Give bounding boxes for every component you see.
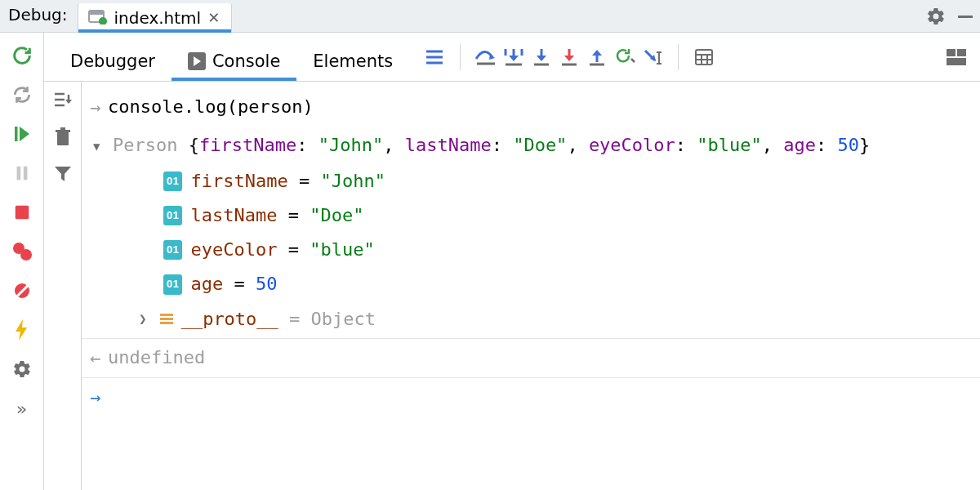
settings-icon[interactable] — [9, 356, 35, 382]
svg-point-2 — [99, 17, 107, 24]
property-badge: 01 — [163, 240, 182, 260]
filter-icon[interactable] — [53, 165, 73, 183]
more-icon[interactable]: » — [9, 395, 35, 421]
console-return-value: undefined — [108, 344, 967, 372]
svg-rect-42 — [56, 130, 70, 132]
tab-debugger[interactable]: Debugger — [54, 38, 172, 81]
svg-rect-5 — [16, 167, 20, 180]
property-badge: 01 — [163, 274, 182, 294]
svg-rect-36 — [957, 49, 966, 56]
step-into-icon[interactable] — [500, 43, 528, 71]
console-run-icon — [188, 52, 206, 70]
object-property[interactable]: 01lastName = "Doe" — [82, 198, 980, 233]
console-input-text[interactable]: console.log(person) — [108, 93, 967, 121]
property-badge: 01 — [163, 206, 182, 225]
mute-breakpoints-icon[interactable] — [9, 278, 35, 304]
tab-elements[interactable]: Elements — [296, 38, 409, 81]
rerun-icon[interactable] — [9, 42, 35, 69]
gear-icon[interactable] — [921, 0, 951, 32]
breakpoints-icon[interactable] — [9, 238, 35, 265]
console-input-line: → console.log(person) — [82, 88, 980, 127]
svg-rect-1 — [89, 11, 104, 15]
object-property[interactable]: 01firstName = "John" — [82, 164, 980, 198]
input-arrow-icon: → — [90, 93, 108, 122]
file-tab[interactable]: index.html ✕ — [78, 3, 233, 32]
console-mini-toolbar — [44, 82, 82, 490]
file-tab-name: index.html — [114, 8, 202, 28]
proto-key: __proto__ — [181, 309, 278, 329]
stop-icon[interactable] — [9, 199, 35, 225]
evaluate-icon[interactable] — [690, 43, 718, 71]
console-return-line: ← undefined — [82, 338, 980, 377]
title-bar: Debug: index.html ✕ — [0, 0, 980, 33]
console-output: → console.log(person) Person {firstName:… — [82, 82, 980, 490]
minimize-icon[interactable] — [951, 0, 980, 32]
trash-icon[interactable] — [54, 127, 72, 147]
svg-rect-7 — [15, 206, 29, 220]
layout-icon[interactable] — [942, 43, 970, 71]
step-out-icon[interactable] — [583, 43, 611, 71]
prototype-icon — [160, 314, 173, 324]
object-property[interactable]: 01age = 50 — [82, 267, 980, 301]
svg-rect-41 — [57, 132, 69, 145]
svg-rect-3 — [958, 16, 973, 18]
console-object-summary[interactable]: Person {firstName: "John", lastName: "Do… — [82, 127, 980, 164]
drop-frame-icon[interactable] — [639, 43, 666, 71]
force-step-into-icon[interactable] — [555, 43, 583, 71]
svg-rect-35 — [947, 49, 956, 56]
close-icon[interactable]: ✕ — [207, 9, 220, 26]
html-file-icon — [88, 8, 108, 28]
proto-value: Object — [311, 309, 376, 329]
svg-rect-43 — [60, 127, 65, 130]
step-over-icon[interactable] — [472, 43, 500, 71]
svg-rect-30 — [696, 50, 712, 65]
chevron-right-icon — [139, 308, 147, 331]
run-to-cursor-icon[interactable] — [611, 43, 639, 71]
tab-console-label: Console — [212, 51, 280, 71]
prompt-arrow-icon: → — [90, 383, 108, 412]
svg-point-9 — [20, 249, 32, 261]
tab-console[interactable]: Console — [172, 38, 296, 81]
object-property[interactable]: 01eyeColor = "blue" — [82, 233, 980, 267]
resume-icon[interactable] — [9, 121, 35, 147]
debug-gutter: » — [0, 33, 44, 490]
svg-rect-6 — [23, 167, 27, 180]
panel-title: Debug: — [0, 0, 78, 32]
svg-rect-37 — [947, 58, 966, 65]
output-arrow-icon: ← — [90, 344, 108, 372]
step-into-my-icon[interactable] — [528, 43, 555, 71]
scroll-to-end-icon[interactable] — [52, 91, 74, 109]
menu-icon[interactable] — [421, 43, 448, 71]
lightning-icon[interactable] — [9, 317, 35, 343]
pause-icon[interactable] — [9, 160, 35, 186]
debugger-toolbar: Debugger Console Elements — [44, 33, 980, 82]
svg-rect-4 — [15, 127, 18, 141]
property-badge: 01 — [163, 172, 182, 191]
console-prompt[interactable]: → — [82, 377, 980, 416]
proto-line[interactable]: __proto__ = Object — [82, 302, 980, 338]
refresh-icon[interactable] — [9, 82, 35, 108]
